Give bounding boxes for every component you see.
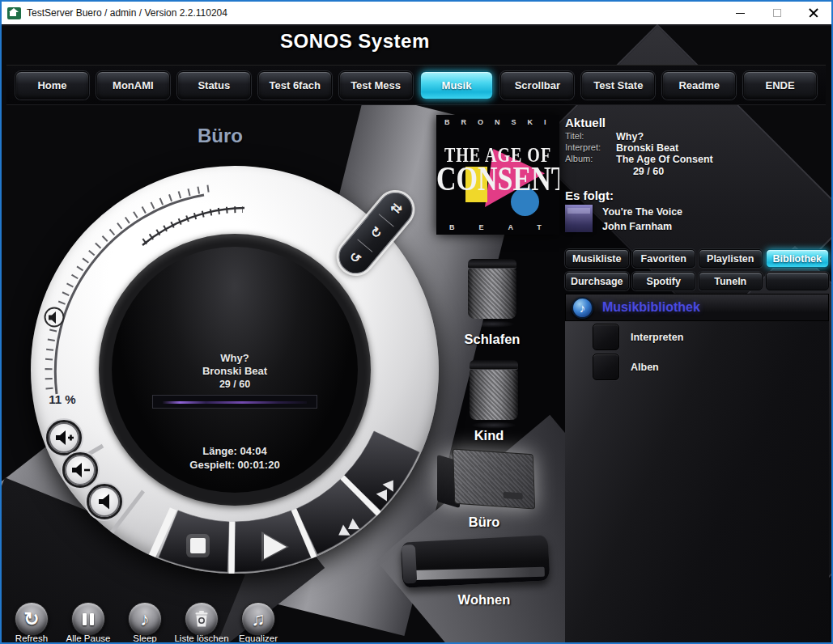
seek-arc-ticks <box>144 210 243 242</box>
dial-track-title: Why? <box>113 352 356 365</box>
window-controls <box>722 2 831 24</box>
tab-test-6fach[interactable]: Test 6fach <box>258 71 332 100</box>
app-icon <box>7 7 21 19</box>
play-button[interactable] <box>253 530 290 567</box>
album-artist-top: BRONSKI <box>444 118 558 126</box>
dial-track-artist: Bronski Beat <box>113 365 356 378</box>
repeat-one-icon[interactable]: ↺ <box>346 249 363 266</box>
mute-button[interactable] <box>87 484 122 519</box>
tab-status[interactable]: Status <box>177 71 251 100</box>
tab-bibliothek[interactable]: Bibliothek <box>766 249 830 268</box>
now-playing-heading: Aktuell <box>565 116 824 129</box>
speaker-label-kind[interactable]: Kind <box>440 428 538 443</box>
next-button[interactable] <box>369 472 406 509</box>
player-dial: Why? Bronski Beat 29 / 60 Länge: 04:04 G… <box>24 159 445 580</box>
maximize-button[interactable] <box>759 2 795 24</box>
shuffle-icon[interactable]: ⇄ <box>389 200 406 217</box>
previous-button[interactable] <box>330 511 368 548</box>
album-title-line2: CONSENT <box>436 159 559 198</box>
now-playing-position: 29 / 60 <box>604 166 693 177</box>
music-note-icon: ♪ <box>572 297 593 319</box>
sleep-note-icon: ♪ <box>140 610 150 629</box>
seek-arc-track <box>142 208 244 245</box>
main-nav: Home MonAMI Status Test 6fach Test Mess … <box>6 65 826 105</box>
alben-checkbox[interactable] <box>593 354 619 380</box>
speaker-schlafen[interactable] <box>468 259 516 322</box>
clear-list-button[interactable]: Liste löschen <box>176 602 227 642</box>
title-bar: TestServer Buero / admin / Version 2.2.1… <box>2 2 831 24</box>
album-artist-bottom: BEAT <box>449 223 559 231</box>
dial-times: Länge: 04:04 Gespielt: 00:01:20 <box>113 444 356 472</box>
track-played: Gespielt: 00:01:20 <box>113 458 356 472</box>
next-heading: Es folgt: <box>565 189 824 202</box>
now-playing-row: Titel: Why? <box>565 131 824 142</box>
tab-favoriten[interactable]: Favoriten <box>632 249 696 268</box>
volume-up-icon <box>53 428 75 447</box>
minimize-icon <box>736 13 745 14</box>
library-panel: Interpreten Alben <box>565 321 829 642</box>
equalizer-button[interactable]: ♫ Equalizer <box>233 602 283 642</box>
sleep-button[interactable]: ♪ Sleep <box>120 602 170 642</box>
speaker-label-schlafen[interactable]: Schlafen <box>444 332 541 347</box>
speaker-kind[interactable] <box>470 360 518 423</box>
refresh-button[interactable]: ↻ Refresh <box>6 602 57 642</box>
app-window: TestServer Buero / admin / Version 2.2.1… <box>0 0 833 644</box>
tab-playlisten[interactable]: Playlisten <box>699 249 763 268</box>
maximize-icon <box>773 9 781 17</box>
volume-down-icon <box>70 460 91 480</box>
tab-ende[interactable]: ENDE <box>743 71 817 100</box>
tab-tunein[interactable]: TuneIn <box>699 272 763 290</box>
now-playing-rows: Titel: Why? Interpret: Bronski Beat Albu… <box>565 131 824 165</box>
next-track-thumbnail <box>565 205 593 232</box>
tab-musik[interactable]: Musik <box>420 71 494 100</box>
track-length: Länge: 04:04 <box>113 444 356 458</box>
equalizer-icon: ♫ <box>251 610 265 629</box>
now-playing-row: Album: The Age Of Consent <box>565 154 824 165</box>
tab-musikliste[interactable]: Musikliste <box>565 249 629 268</box>
tab-home[interactable]: Home <box>15 71 89 100</box>
interpreten-checkbox[interactable] <box>593 324 619 350</box>
volume-down-button[interactable] <box>62 452 98 488</box>
repeat-icon[interactable]: ↻ <box>368 225 385 242</box>
dial-track-info: Why? Bronski Beat 29 / 60 <box>113 352 356 409</box>
minimize-button[interactable] <box>722 2 759 24</box>
footer-toolbar: ↻ Refresh Alle Pause ♪ Sleep <box>6 602 283 642</box>
tab-durchsage[interactable]: Durchsage <box>565 272 629 290</box>
close-button[interactable] <box>795 2 831 24</box>
speaker-buero[interactable] <box>437 451 534 513</box>
refresh-icon: ↻ <box>23 610 39 629</box>
speaker-label-wohnen[interactable]: Wohnen <box>436 592 533 608</box>
page-title: SONOS System <box>280 30 430 53</box>
tab-monami[interactable]: MonAMI <box>96 71 170 100</box>
tab-scrollbar[interactable]: Scrollbar <box>500 71 574 100</box>
album-art: BRONSKI THE AGE OF CONSENT BEAT <box>436 115 559 235</box>
pause-all-button[interactable]: Alle Pause <box>63 602 113 642</box>
tab-spotify[interactable]: Spotify <box>632 272 696 290</box>
now-playing-row: Interpret: Bronski Beat <box>565 142 824 154</box>
library-header-bar: ♪ Musikbibliothek <box>565 294 829 321</box>
speaker-wohnen[interactable] <box>401 535 550 587</box>
library-heading: Musikbibliothek <box>602 300 700 315</box>
now-playing-panel: Aktuell Titel: Why? Interpret: Bronski B… <box>565 116 824 234</box>
mute-icon <box>94 492 116 511</box>
stop-button[interactable] <box>180 536 217 574</box>
tab-test-mess[interactable]: Test Mess <box>339 71 413 100</box>
library-tabs: Musikliste Favoriten Playlisten Biblioth… <box>565 249 829 290</box>
tab-empty[interactable] <box>766 272 830 290</box>
window-title: TestServer Buero / admin / Version 2.2.1… <box>27 7 227 19</box>
next-track: You're The Voice John Farnham <box>565 205 824 234</box>
library-item-alben: Alben <box>593 354 659 380</box>
volume-up-button[interactable] <box>46 420 82 455</box>
tab-readme[interactable]: Readme <box>662 71 736 100</box>
zone-title: Büro <box>159 125 281 147</box>
dial-track-position: 29 / 60 <box>113 378 356 391</box>
tab-test-state[interactable]: Test State <box>581 71 655 100</box>
speaker-label-buero[interactable]: Büro <box>436 515 533 530</box>
waveform-progress[interactable] <box>152 395 317 409</box>
library-item-interpreten: Interpreten <box>593 324 683 350</box>
next-track-artist: John Farnham <box>602 219 682 234</box>
trash-icon <box>193 610 210 628</box>
volume-percent: 11 % <box>34 392 91 406</box>
main-content: SONOS System Home MonAMI Status Test 6fa… <box>2 24 831 642</box>
next-track-title: You're The Voice <box>602 205 682 219</box>
